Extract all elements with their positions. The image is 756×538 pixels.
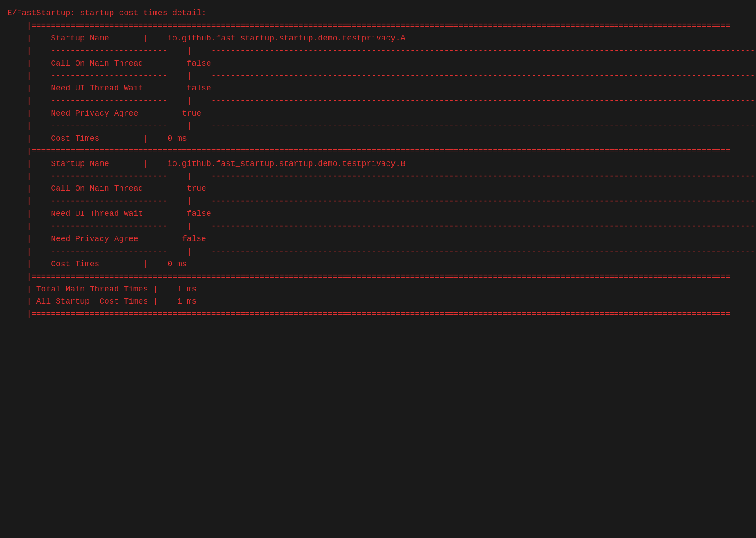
footer-all-startup-value: 1 ms: [177, 297, 196, 306]
block1-dash-2: | ------------------------ | -----------…: [7, 70, 749, 82]
footer-total-main-value: 1 ms: [177, 285, 196, 294]
separator-top-2: |=======================================…: [7, 145, 749, 158]
block1-call-main-row: | Call On Main Thread | false: [7, 58, 749, 70]
separator-top-1: |=======================================…: [7, 20, 749, 32]
block2-call-main-row: | Call On Main Thread | true: [7, 183, 749, 195]
block2-startup-name-value: io.github.fast_startup.startup.demo.test…: [167, 159, 405, 168]
block1-dash-1: | ------------------------ | -----------…: [7, 45, 749, 58]
block2-dash-4: | ------------------------ | -----------…: [7, 246, 749, 258]
block2-call-main-label: Call On Main Thread: [51, 184, 143, 193]
block1-call-main-value: false: [187, 59, 211, 68]
block2-cost-times-value: 0 ms: [167, 260, 187, 269]
footer-total-main-row: | Total Main Thread Times | 1 ms: [7, 283, 749, 296]
block2-need-privacy-row: | Need Privacy Agree | false: [7, 233, 749, 246]
block1-need-ui-row: | Need UI Thread Wait | false: [7, 82, 749, 95]
footer-all-startup-row: | All Startup Cost Times | 1 ms: [7, 296, 749, 308]
block1-startup-name-value: io.github.fast_startup.startup.demo.test…: [167, 34, 405, 43]
block2-call-main-value: true: [187, 184, 206, 193]
block1-dash-3: | ------------------------ | -----------…: [7, 95, 749, 108]
block2-cost-times-row: | Cost Times | 0 ms: [7, 258, 749, 271]
block2-need-ui-label: Need UI Thread Wait: [51, 209, 143, 218]
block1-need-ui-label: Need UI Thread Wait: [51, 84, 143, 93]
block2-cost-times-label: Cost Times: [51, 260, 99, 269]
title-line: E/FastStartup: startup cost times detail…: [7, 7, 749, 20]
block1-dash-4: | ------------------------ | -----------…: [7, 120, 749, 133]
block2-dash-3: | ------------------------ | -----------…: [7, 220, 749, 233]
block2-startup-name-label: Startup Name: [51, 159, 109, 168]
block2-need-privacy-value: false: [182, 234, 206, 243]
terminal-output: E/FastStartup: startup cost times detail…: [7, 7, 749, 321]
block1-startup-name-row: | Startup Name | io.github.fast_startup.…: [7, 32, 749, 45]
block2-startup-name-row: | Startup Name | io.github.fast_startup.…: [7, 158, 749, 170]
block1-cost-times-row: | Cost Times | 0 ms: [7, 133, 749, 145]
block1-startup-name-label: Startup Name: [51, 34, 109, 43]
block2-dash-2: | ------------------------ | -----------…: [7, 195, 749, 208]
block2-need-ui-row: | Need UI Thread Wait | false: [7, 208, 749, 220]
footer-total-main-label: Total Main Thread Times: [36, 285, 148, 294]
block1-cost-times-value: 0 ms: [167, 134, 187, 143]
block1-need-privacy-value: true: [182, 109, 201, 118]
block2-need-ui-value: false: [187, 209, 211, 218]
footer-all-startup-label: All Startup Cost Times: [36, 297, 148, 306]
separator-footer: |=======================================…: [7, 271, 749, 283]
separator-bottom: |=======================================…: [7, 308, 749, 321]
block2-dash-1: | ------------------------ | -----------…: [7, 170, 749, 183]
block1-need-privacy-row: | Need Privacy Agree | true: [7, 108, 749, 120]
block2-need-privacy-label: Need Privacy Agree: [51, 234, 138, 243]
block1-need-ui-value: false: [187, 84, 211, 93]
block1-call-main-label: Call On Main Thread: [51, 59, 143, 68]
block1-cost-times-label: Cost Times: [51, 134, 99, 143]
block1-need-privacy-label: Need Privacy Agree: [51, 109, 138, 118]
